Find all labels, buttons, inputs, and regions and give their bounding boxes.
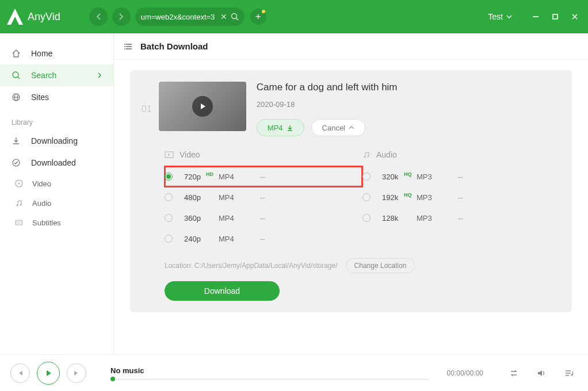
volume-button[interactable] xyxy=(536,368,550,378)
url-bar[interactable]: um=web2x&context=3 ✕ xyxy=(135,7,245,26)
url-text: um=web2x&context=3 xyxy=(141,13,217,21)
audio-options-column: Audio 320kHQMP3--192kHQMP3--128kMP3-- xyxy=(362,150,560,249)
sidebar-item-search[interactable]: Search xyxy=(0,64,113,86)
check-icon xyxy=(12,158,22,167)
radio-button[interactable] xyxy=(165,172,173,181)
back-button[interactable] xyxy=(89,7,108,26)
size-label: -- xyxy=(458,214,463,223)
sidebar-item-label: Home xyxy=(31,49,52,58)
download-button[interactable]: Download xyxy=(165,281,280,301)
video-option-row[interactable]: 360pMP4-- xyxy=(165,208,362,228)
size-label: -- xyxy=(260,172,265,181)
sidebar-sub-subtitles[interactable]: CCSubtitles xyxy=(0,213,113,232)
format-label: MP4 xyxy=(219,193,260,202)
forward-button[interactable] xyxy=(112,7,131,26)
sidebar-sub-audio[interactable]: Audio xyxy=(0,193,113,213)
page-header: Batch Download xyxy=(114,33,588,60)
progress-handle[interactable] xyxy=(110,377,115,381)
resolution-label: 720pHD xyxy=(184,172,219,181)
svg-line-5 xyxy=(18,77,20,79)
sidebar-sub-label: Subtitles xyxy=(32,218,61,227)
size-label: -- xyxy=(458,172,463,181)
svg-rect-3 xyxy=(553,14,558,19)
home-icon xyxy=(12,49,22,58)
plus-icon: + xyxy=(255,12,261,22)
format-label: MP3 xyxy=(417,172,458,181)
radio-button[interactable] xyxy=(362,172,371,181)
music-icon xyxy=(362,151,371,159)
video-option-row[interactable]: 720pHDMP4-- xyxy=(165,166,362,187)
track-title: No music xyxy=(110,366,429,375)
cancel-button[interactable]: Cancel xyxy=(311,119,365,136)
sidebar-item-downloading[interactable]: Downloading xyxy=(0,130,113,152)
prev-track-button[interactable] xyxy=(10,363,30,383)
next-track-button[interactable] xyxy=(67,363,86,383)
download-card: 01 Came for a dog and left with him 2020… xyxy=(130,70,572,312)
svg-point-19 xyxy=(364,156,366,158)
sidebar-item-downloaded[interactable]: Downloaded xyxy=(0,152,113,174)
resolution-label: 240p xyxy=(184,235,219,243)
change-location-button[interactable]: Change Location xyxy=(346,258,415,273)
quality-badge: HQ xyxy=(404,192,412,198)
location-label: Location: C:/Users/Jemy/AppData/Local/An… xyxy=(165,262,338,270)
video-icon xyxy=(165,151,174,158)
sidebar-sub-label: Audio xyxy=(32,199,51,208)
video-option-row[interactable]: 240pMP4-- xyxy=(165,228,362,249)
radio-button[interactable] xyxy=(165,193,173,201)
play-overlay-icon xyxy=(192,96,213,117)
add-tab-button[interactable]: + xyxy=(250,9,266,25)
test-dropdown[interactable]: Test xyxy=(488,12,512,21)
resolution-label: 128k xyxy=(382,214,417,223)
radio-button[interactable] xyxy=(165,235,173,243)
radio-button[interactable] xyxy=(362,193,371,201)
sidebar-item-label: Search xyxy=(31,71,56,80)
repeat-button[interactable] xyxy=(509,368,522,378)
format-label: MP4 xyxy=(219,214,260,223)
progress-bar[interactable] xyxy=(110,378,429,380)
format-label: MP3 xyxy=(417,214,458,223)
play-icon xyxy=(15,179,25,187)
sidebar-item-home[interactable]: Home xyxy=(0,43,113,64)
sidebar-sub-video[interactable]: Video xyxy=(0,174,113,193)
svg-point-4 xyxy=(13,72,18,78)
audio-option-row[interactable]: 320kHQMP3-- xyxy=(362,166,560,187)
video-option-row[interactable]: 480pMP4-- xyxy=(165,187,362,208)
size-label: -- xyxy=(458,193,463,202)
size-label: -- xyxy=(260,193,265,202)
app-logo: AnyVid xyxy=(7,9,60,25)
page-title: Batch Download xyxy=(140,41,208,51)
format-options: Video 720pHDMP4--480pMP4--360pMP4--240pM… xyxy=(130,147,572,312)
close-button[interactable] xyxy=(568,10,581,23)
video-thumbnail[interactable] xyxy=(159,82,246,131)
audio-option-row[interactable]: 192kHQMP3-- xyxy=(362,187,560,208)
url-clear-icon[interactable]: ✕ xyxy=(220,12,227,21)
window-controls xyxy=(529,10,581,23)
format-label: MP3 xyxy=(417,193,458,202)
sidebar-item-label: Sites xyxy=(31,93,49,102)
audio-option-row[interactable]: 128kMP3-- xyxy=(362,208,560,228)
video-date: 2020-09-18 xyxy=(257,100,560,109)
svg-point-0 xyxy=(231,14,236,19)
audio-options-header: Audio xyxy=(362,150,560,159)
radio-button[interactable] xyxy=(362,214,371,222)
svg-point-20 xyxy=(368,156,369,158)
sidebar-item-label: Downloaded xyxy=(31,158,76,167)
sidebar-sub-label: Video xyxy=(32,179,51,188)
search-icon[interactable] xyxy=(231,13,239,21)
maximize-button[interactable] xyxy=(549,10,562,23)
playlist-button[interactable] xyxy=(564,368,578,378)
minimize-button[interactable] xyxy=(529,10,542,23)
video-options-column: Video 720pHDMP4--480pMP4--360pMP4--240pM… xyxy=(165,150,362,249)
svg-point-15 xyxy=(124,44,125,45)
svg-point-16 xyxy=(124,46,125,47)
radio-button[interactable] xyxy=(165,214,173,222)
format-selector[interactable]: MP4 xyxy=(257,119,304,136)
sidebar-item-sites[interactable]: Sites xyxy=(0,86,113,108)
video-options-header: Video xyxy=(165,150,362,159)
quality-badge: HQ xyxy=(404,171,412,177)
chevron-down-icon xyxy=(506,15,512,18)
play-button[interactable] xyxy=(37,362,60,385)
content-area: Batch Download 01 Came for a dog and lef… xyxy=(114,33,588,354)
app-name: AnyVid xyxy=(28,11,60,23)
sidebar-section-library: Library xyxy=(0,108,113,130)
